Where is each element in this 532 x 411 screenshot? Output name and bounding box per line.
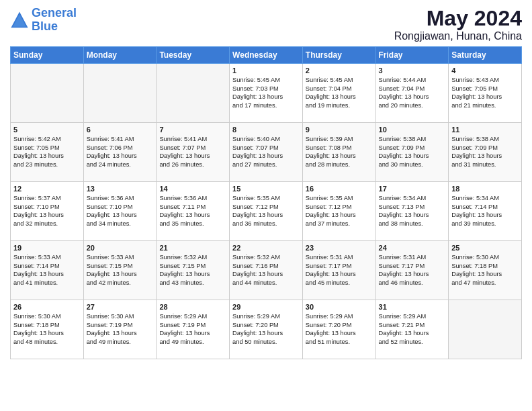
day-number: 23 xyxy=(306,244,373,252)
day-info: Sunrise: 5:44 AM Sunset: 7:04 PM Dayligh… xyxy=(379,76,446,109)
day-info: Sunrise: 5:36 AM Sunset: 7:10 PM Dayligh… xyxy=(87,194,154,228)
day-info: Sunrise: 5:42 AM Sunset: 7:05 PM Dayligh… xyxy=(13,135,81,169)
day-number: 24 xyxy=(379,244,446,252)
header: General Blue May 2024 Rongjiawan, Hunan,… xyxy=(10,7,522,42)
calendar-cell: 20Sunrise: 5:33 AM Sunset: 7:15 PM Dayli… xyxy=(83,241,157,300)
day-number: 26 xyxy=(13,303,81,311)
day-number: 7 xyxy=(159,126,226,134)
calendar-cell: 9Sunrise: 5:39 AM Sunset: 7:08 PM Daylig… xyxy=(302,123,375,182)
day-info: Sunrise: 5:29 AM Sunset: 7:20 PM Dayligh… xyxy=(232,312,300,346)
calendar-body: 1Sunrise: 5:45 AM Sunset: 7:03 PM Daylig… xyxy=(11,64,522,359)
day-number: 30 xyxy=(306,303,373,311)
logo: General Blue xyxy=(10,7,77,34)
weekday-header-wednesday: Wednesday xyxy=(230,47,303,64)
calendar-cell: 27Sunrise: 5:30 AM Sunset: 7:19 PM Dayli… xyxy=(83,300,157,359)
calendar-cell: 25Sunrise: 5:30 AM Sunset: 7:18 PM Dayli… xyxy=(449,241,522,300)
calendar-week-1: 1Sunrise: 5:45 AM Sunset: 7:03 PM Daylig… xyxy=(11,64,522,123)
calendar-week-4: 19Sunrise: 5:33 AM Sunset: 7:14 PM Dayli… xyxy=(11,241,522,300)
title-block: May 2024 Rongjiawan, Hunan, China xyxy=(394,7,522,42)
weekday-header-saturday: Saturday xyxy=(449,47,522,64)
day-number: 11 xyxy=(451,126,519,134)
calendar-cell: 8Sunrise: 5:40 AM Sunset: 7:07 PM Daylig… xyxy=(230,123,303,182)
weekday-header-sunday: Sunday xyxy=(11,47,84,64)
day-number: 31 xyxy=(379,303,446,311)
weekday-header-thursday: Thursday xyxy=(302,47,375,64)
calendar-cell: 28Sunrise: 5:29 AM Sunset: 7:19 PM Dayli… xyxy=(157,300,230,359)
day-info: Sunrise: 5:39 AM Sunset: 7:08 PM Dayligh… xyxy=(306,135,373,169)
day-number: 22 xyxy=(232,244,300,252)
day-number: 12 xyxy=(13,185,81,193)
day-info: Sunrise: 5:43 AM Sunset: 7:05 PM Dayligh… xyxy=(451,76,519,109)
calendar-cell: 22Sunrise: 5:32 AM Sunset: 7:16 PM Dayli… xyxy=(230,241,303,300)
calendar-cell: 19Sunrise: 5:33 AM Sunset: 7:14 PM Dayli… xyxy=(11,241,84,300)
day-number: 21 xyxy=(159,244,226,252)
calendar-cell: 31Sunrise: 5:29 AM Sunset: 7:21 PM Dayli… xyxy=(375,300,449,359)
calendar-cell: 16Sunrise: 5:35 AM Sunset: 7:12 PM Dayli… xyxy=(302,182,375,241)
day-info: Sunrise: 5:29 AM Sunset: 7:19 PM Dayligh… xyxy=(159,312,226,346)
day-number: 13 xyxy=(87,185,154,193)
calendar-cell: 3Sunrise: 5:44 AM Sunset: 7:04 PM Daylig… xyxy=(375,64,449,123)
day-number: 8 xyxy=(232,126,300,134)
day-info: Sunrise: 5:33 AM Sunset: 7:14 PM Dayligh… xyxy=(13,253,81,287)
day-number: 29 xyxy=(232,303,300,311)
calendar-cell: 2Sunrise: 5:45 AM Sunset: 7:04 PM Daylig… xyxy=(302,64,375,123)
day-number: 1 xyxy=(232,66,300,75)
calendar-cell: 18Sunrise: 5:34 AM Sunset: 7:14 PM Dayli… xyxy=(449,182,522,241)
calendar-cell xyxy=(83,64,157,123)
logo-line1: General xyxy=(32,6,77,19)
day-info: Sunrise: 5:30 AM Sunset: 7:18 PM Dayligh… xyxy=(451,253,519,287)
calendar-cell xyxy=(157,64,230,123)
calendar-cell: 15Sunrise: 5:35 AM Sunset: 7:12 PM Dayli… xyxy=(230,182,303,241)
day-number: 4 xyxy=(451,66,519,75)
day-number: 15 xyxy=(232,185,300,193)
logo-line2: Blue xyxy=(32,20,77,34)
weekday-header-row: SundayMondayTuesdayWednesdayThursdayFrid… xyxy=(11,47,522,64)
calendar-week-3: 12Sunrise: 5:37 AM Sunset: 7:10 PM Dayli… xyxy=(11,182,522,241)
weekday-header-friday: Friday xyxy=(375,47,449,64)
calendar-cell: 12Sunrise: 5:37 AM Sunset: 7:10 PM Dayli… xyxy=(11,182,84,241)
day-number: 16 xyxy=(306,185,373,193)
calendar-cell: 24Sunrise: 5:31 AM Sunset: 7:17 PM Dayli… xyxy=(375,241,449,300)
calendar-cell: 4Sunrise: 5:43 AM Sunset: 7:05 PM Daylig… xyxy=(449,64,522,123)
day-number: 14 xyxy=(159,185,226,193)
month-title: May 2024 xyxy=(394,7,522,30)
day-number: 2 xyxy=(306,66,373,75)
day-number: 10 xyxy=(379,126,446,134)
calendar-cell: 14Sunrise: 5:36 AM Sunset: 7:11 PM Dayli… xyxy=(157,182,230,241)
logo-text: General Blue xyxy=(32,7,77,34)
day-info: Sunrise: 5:34 AM Sunset: 7:14 PM Dayligh… xyxy=(451,194,519,228)
day-info: Sunrise: 5:41 AM Sunset: 7:06 PM Dayligh… xyxy=(87,135,154,169)
day-info: Sunrise: 5:37 AM Sunset: 7:10 PM Dayligh… xyxy=(13,194,81,228)
calendar-week-5: 26Sunrise: 5:30 AM Sunset: 7:18 PM Dayli… xyxy=(11,300,522,359)
day-info: Sunrise: 5:35 AM Sunset: 7:12 PM Dayligh… xyxy=(306,194,373,228)
calendar-cell: 23Sunrise: 5:31 AM Sunset: 7:17 PM Dayli… xyxy=(302,241,375,300)
day-info: Sunrise: 5:31 AM Sunset: 7:17 PM Dayligh… xyxy=(306,253,373,287)
weekday-header-monday: Monday xyxy=(83,47,157,64)
calendar-header: SundayMondayTuesdayWednesdayThursdayFrid… xyxy=(11,47,522,64)
day-info: Sunrise: 5:30 AM Sunset: 7:18 PM Dayligh… xyxy=(13,312,81,346)
day-info: Sunrise: 5:38 AM Sunset: 7:09 PM Dayligh… xyxy=(451,135,519,169)
calendar-cell: 6Sunrise: 5:41 AM Sunset: 7:06 PM Daylig… xyxy=(83,123,157,182)
calendar-cell: 10Sunrise: 5:38 AM Sunset: 7:09 PM Dayli… xyxy=(375,123,449,182)
day-info: Sunrise: 5:29 AM Sunset: 7:20 PM Dayligh… xyxy=(306,312,373,346)
day-info: Sunrise: 5:30 AM Sunset: 7:19 PM Dayligh… xyxy=(87,312,154,346)
day-number: 19 xyxy=(13,244,81,252)
calendar-cell xyxy=(11,64,84,123)
day-info: Sunrise: 5:29 AM Sunset: 7:21 PM Dayligh… xyxy=(379,312,446,346)
day-info: Sunrise: 5:31 AM Sunset: 7:17 PM Dayligh… xyxy=(379,253,446,287)
calendar-cell: 1Sunrise: 5:45 AM Sunset: 7:03 PM Daylig… xyxy=(230,64,303,123)
day-number: 9 xyxy=(306,126,373,134)
day-number: 25 xyxy=(451,244,519,252)
calendar-cell: 13Sunrise: 5:36 AM Sunset: 7:10 PM Dayli… xyxy=(83,182,157,241)
location: Rongjiawan, Hunan, China xyxy=(394,30,522,42)
day-info: Sunrise: 5:32 AM Sunset: 7:15 PM Dayligh… xyxy=(159,253,226,287)
day-number: 17 xyxy=(379,185,446,193)
calendar-cell xyxy=(449,300,522,359)
day-number: 3 xyxy=(379,66,446,75)
weekday-header-tuesday: Tuesday xyxy=(157,47,230,64)
day-number: 28 xyxy=(159,303,226,311)
calendar-cell: 5Sunrise: 5:42 AM Sunset: 7:05 PM Daylig… xyxy=(11,123,84,182)
calendar-cell: 17Sunrise: 5:34 AM Sunset: 7:13 PM Dayli… xyxy=(375,182,449,241)
day-info: Sunrise: 5:45 AM Sunset: 7:03 PM Dayligh… xyxy=(232,76,300,109)
day-info: Sunrise: 5:33 AM Sunset: 7:15 PM Dayligh… xyxy=(87,253,154,287)
